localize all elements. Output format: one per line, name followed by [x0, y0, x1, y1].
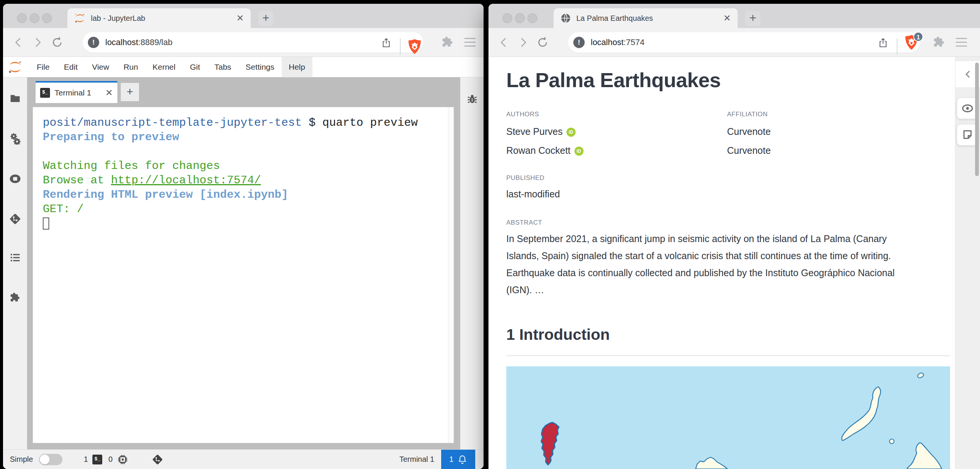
chevron-left-icon [962, 69, 974, 80]
terminal-scrollbar[interactable] [448, 107, 453, 443]
terminal-output[interactable]: posit/manuscript-template-jupyter-test $… [43, 116, 439, 231]
author-affiliation: Curvenote [727, 145, 771, 156]
orcid-icon[interactable]: iD [566, 128, 576, 137]
terminal-line: Preparing to preview [43, 130, 439, 144]
brave-shield-icon[interactable] [407, 38, 423, 55]
site-info-icon[interactable]: ! [88, 37, 99, 48]
new-launcher-button[interactable]: + [121, 83, 139, 102]
jupyter-logo-icon [8, 59, 23, 75]
jupyterlab-menubar: File Edit View Run Kernel Git Tabs Setti… [3, 57, 484, 77]
status-context-label[interactable]: Terminal 1 [399, 455, 434, 464]
url-text[interactable]: localhost:8889/lab [105, 38, 172, 47]
menu-view[interactable]: View [85, 57, 116, 77]
author-row: Rowan CockettiD [506, 145, 584, 156]
menu-tabs[interactable]: Tabs [207, 57, 238, 77]
kernel-chip-icon [117, 454, 128, 465]
menu-edit[interactable]: Edit [57, 57, 85, 77]
menu-help[interactable]: Help [282, 57, 312, 77]
eye-icon [961, 102, 974, 115]
brave-shield-button[interactable]: 1 [904, 34, 920, 51]
note-icon [961, 129, 974, 141]
menu-settings[interactable]: Settings [239, 57, 282, 77]
simple-mode-toggle[interactable] [39, 454, 62, 465]
notifications-count: 1 [449, 455, 453, 464]
article-title: La Palma Earthquakes [506, 68, 721, 92]
back-icon[interactable] [497, 35, 511, 49]
terminal-line: GET: / [43, 202, 439, 216]
new-tab-button[interactable]: + [258, 11, 274, 26]
section-number: 1 [506, 326, 515, 343]
map-sea [506, 366, 950, 469]
forward-icon[interactable] [516, 35, 530, 49]
map-islet-lobos[interactable] [889, 439, 894, 443]
preview-url-link[interactable]: http://localhost:7574/ [111, 174, 261, 187]
share-icon[interactable] [381, 38, 391, 48]
terminal-icon: $_ [40, 88, 50, 98]
file-browser-folder-icon[interactable] [9, 93, 21, 105]
terminal-panel: posit/manuscript-template-jupyter-test $… [33, 107, 454, 443]
terminal-cwd: posit/manuscript-template-jupyter-test [43, 116, 302, 129]
author-affiliation: Curvenote [727, 126, 771, 137]
window-titlebar[interactable]: La Palma Earthquakes ✕ + [488, 4, 980, 28]
browser-tab-jupyterlab[interactable]: lab - JupyterLab ✕ [67, 8, 251, 28]
table-of-contents-icon[interactable] [9, 252, 21, 264]
author-row: Steve PurvesiD [506, 126, 576, 137]
zoom-traffic-light-icon[interactable] [528, 13, 537, 23]
forward-icon[interactable] [30, 35, 45, 49]
git-icon[interactable] [9, 213, 21, 225]
extensions-puzzle-icon[interactable] [932, 36, 946, 49]
back-icon[interactable] [11, 35, 26, 49]
section-title: Introduction [519, 326, 610, 343]
terminal-cursor [43, 217, 49, 230]
running-sessions-stop-icon[interactable] [9, 173, 21, 185]
menu-file[interactable]: File [30, 57, 57, 77]
debugger-bug-icon[interactable] [466, 93, 478, 105]
minimize-traffic-light-icon[interactable] [30, 13, 40, 23]
url-text[interactable]: localhost:7574 [591, 38, 644, 47]
jupyterlab-workspace: $_ Terminal 1 ✕ + posit/manuscript-templ… [3, 77, 484, 449]
menu-kernel[interactable]: Kernel [145, 57, 183, 77]
address-bar[interactable]: ! localhost:8889/lab [83, 32, 423, 53]
menu-git[interactable]: Git [183, 57, 207, 77]
abstract-label: ABSTRACT [506, 219, 542, 227]
terminal-line: Browse at [43, 174, 111, 187]
author-name[interactable]: Rowan Cockett [506, 145, 571, 156]
orcid-icon[interactable]: iD [574, 147, 584, 156]
section-divider [506, 355, 950, 356]
globe-favicon-icon [560, 13, 571, 24]
git-branch-icon[interactable] [152, 454, 163, 465]
author-name[interactable]: Steve Purves [506, 126, 563, 137]
jupyterlab-app: File Edit View Run Kernel Git Tabs Setti… [3, 57, 484, 469]
extensions-puzzle-icon[interactable] [441, 36, 454, 49]
browser-toolbar: ! localhost:7574 1 [488, 28, 980, 57]
reload-icon[interactable] [535, 35, 550, 49]
published-label: PUBLISHED [506, 174, 544, 182]
browser-tab-lapalma[interactable]: La Palma Earthquakes ✕ [554, 8, 738, 28]
tab-close-icon[interactable]: ✕ [236, 14, 244, 23]
site-info-icon[interactable]: ! [573, 37, 585, 48]
menu-run[interactable]: Run [116, 57, 145, 77]
page-scrollbar[interactable] [975, 62, 979, 176]
jupyterlab-left-sidebar [3, 77, 27, 449]
terminal-tab[interactable]: $_ Terminal 1 ✕ [36, 81, 118, 103]
browser-menu-icon[interactable] [956, 38, 967, 46]
property-inspector-gears-icon[interactable] [9, 132, 21, 145]
close-traffic-light-icon[interactable] [17, 13, 27, 23]
minimize-traffic-light-icon[interactable] [515, 13, 525, 23]
reload-icon[interactable] [50, 35, 64, 49]
zoom-traffic-light-icon[interactable] [42, 13, 52, 23]
browser-menu-icon[interactable] [464, 38, 476, 46]
extension-manager-puzzle-icon[interactable] [9, 292, 21, 304]
section-heading: 1 Introduction [506, 326, 610, 344]
new-tab-button[interactable]: + [745, 11, 760, 26]
terminals-count: 1 [84, 455, 88, 464]
browser-toolbar: ! localhost:8889/lab [3, 28, 484, 57]
close-traffic-light-icon[interactable] [503, 13, 512, 23]
address-bar[interactable]: ! localhost:7574 1 [568, 32, 920, 53]
notifications-button[interactable]: 1 [441, 450, 475, 469]
window-titlebar[interactable]: lab - JupyterLab ✕ + [3, 4, 484, 28]
share-icon[interactable] [878, 38, 888, 48]
tab-title: La Palma Earthquakes [576, 14, 717, 23]
tab-close-icon[interactable]: ✕ [723, 14, 731, 23]
terminal-tab-close-icon[interactable]: ✕ [105, 88, 113, 98]
